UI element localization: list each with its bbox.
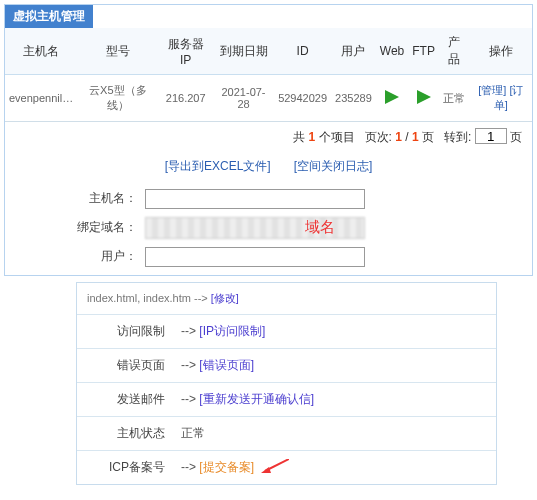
host-status-value: 正常 [177, 417, 496, 450]
arrow-text: --> [181, 324, 196, 338]
arrow-annotation-icon [261, 459, 289, 476]
row-error-page: 错误页面 --> [错误页面] [77, 348, 496, 382]
pager-goto: 转到: [444, 130, 471, 144]
search-form: 主机名： 绑定域名： 域名 用户： [5, 185, 532, 271]
host-label: 主机名： [5, 190, 145, 207]
goto-page-input[interactable] [475, 128, 507, 144]
pager-sep: / [405, 130, 408, 144]
pager-prefix: 共 [293, 130, 305, 144]
play-icon [417, 90, 431, 104]
table-header-row: 主机名 型号 服务器IP 到期日期 ID 用户 Web FTP 产品 操作 [5, 28, 532, 75]
svg-marker-0 [385, 90, 399, 104]
col-ftp: FTP [408, 28, 439, 75]
pager-cur: 1 [395, 130, 402, 144]
close-log-link[interactable]: [空间关闭日志] [294, 159, 373, 173]
col-user: 用户 [331, 28, 376, 75]
ip-access-link[interactable]: [IP访问限制] [199, 324, 265, 338]
modify-link[interactable]: [修改] [211, 292, 239, 304]
col-expire: 到期日期 [213, 28, 274, 75]
col-product: 产品 [439, 28, 470, 75]
pager-items: 个项目 [319, 130, 355, 144]
domain-label: 绑定域名： [5, 219, 145, 236]
pager: 共 1 个项目 页次: 1 / 1 页 转到: 页 [5, 122, 532, 152]
play-icon [385, 90, 399, 104]
cell-model: 云X5型（多线） [77, 75, 158, 122]
submit-record-link[interactable]: [提交备案] [199, 460, 254, 474]
default-page-text: index.html, index.htm --> [87, 292, 208, 304]
access-limit-label: 访问限制 [77, 315, 177, 348]
arrow-text: --> [181, 392, 196, 406]
svg-marker-1 [417, 90, 431, 104]
cell-product: 正常 [439, 75, 470, 122]
host-input[interactable] [145, 189, 365, 209]
error-page-link[interactable]: [错误页面] [199, 358, 254, 372]
col-ops: 操作 [470, 28, 532, 75]
toolbar: [导出到EXCEL文件] [空间关闭日志] [5, 152, 532, 185]
form-row-host: 主机名： [5, 185, 532, 213]
host-management-panel: 虚拟主机管理 主机名 型号 服务器IP 到期日期 ID 用户 Web FTP 产… [4, 4, 533, 276]
form-row-domain: 绑定域名： 域名 [5, 213, 532, 243]
form-row-user: 用户： [5, 243, 532, 271]
row-icp: ICP备案号 --> [提交备案] [77, 450, 496, 484]
row-access-limit: 访问限制 --> [IP访问限制] [77, 314, 496, 348]
pager-page-r: 页 [422, 130, 434, 144]
panel-title: 虚拟主机管理 [5, 5, 93, 28]
cell-ftp[interactable] [408, 75, 439, 122]
domain-annotation: 域名 [305, 218, 335, 237]
pager-total: 1 [412, 130, 419, 144]
row-host-status: 主机状态 正常 [77, 416, 496, 450]
row-send-mail: 发送邮件 --> [重新发送开通确认信] [77, 382, 496, 416]
send-mail-label: 发送邮件 [77, 383, 177, 416]
cell-id: 52942029 [274, 75, 331, 122]
host-table: 主机名 型号 服务器IP 到期日期 ID 用户 Web FTP 产品 操作 ev… [5, 28, 532, 122]
cell-host: evenpennil… [5, 75, 77, 122]
col-model: 型号 [77, 28, 158, 75]
cell-expire: 2021-07-28 [213, 75, 274, 122]
col-host: 主机名 [5, 28, 77, 75]
pager-page-label: 页次: [365, 130, 392, 144]
cell-web[interactable] [376, 75, 408, 122]
col-web: Web [376, 28, 408, 75]
arrow-text: --> [181, 358, 196, 372]
table-row: evenpennil… 云X5型（多线） 216.207 2021-07-28 … [5, 75, 532, 122]
export-excel-link[interactable]: [导出到EXCEL文件] [165, 159, 271, 173]
col-ip: 服务器IP [158, 28, 213, 75]
resend-mail-link[interactable]: [重新发送开通确认信] [199, 392, 314, 406]
pager-count: 1 [308, 130, 315, 144]
user-input[interactable] [145, 247, 365, 267]
manage-link[interactable]: [管理] [478, 84, 506, 96]
settings-panel: index.html, index.htm --> [修改] 访问限制 --> … [76, 282, 497, 485]
pager-suffix: 页 [510, 130, 522, 144]
cell-ip: 216.207 [158, 75, 213, 122]
error-page-label: 错误页面 [77, 349, 177, 382]
col-id: ID [274, 28, 331, 75]
default-page-row: index.html, index.htm --> [修改] [77, 283, 496, 314]
arrow-text: --> [181, 460, 196, 474]
host-status-label: 主机状态 [77, 417, 177, 450]
cell-ops: ↘ [管理] [订单] [470, 75, 532, 122]
icp-label: ICP备案号 [77, 451, 177, 484]
cell-user: 235289 [331, 75, 376, 122]
user-label: 用户： [5, 248, 145, 265]
